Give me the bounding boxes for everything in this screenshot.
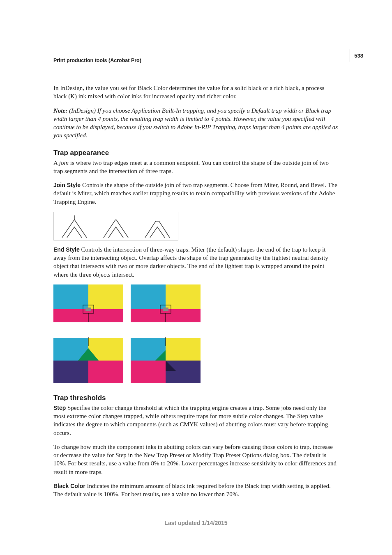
page-number: 538	[354, 53, 363, 59]
svg-rect-4	[85, 308, 91, 311]
end-style-miter-panel	[53, 284, 123, 383]
running-head: Print production tools (Acrobat Pro)	[53, 58, 339, 63]
intro-pre: A	[53, 160, 59, 166]
end-style-paragraph: End Style Controls the intersection of t…	[53, 245, 339, 279]
trap-appearance-intro: A join is where two trap edges meet at a…	[53, 159, 339, 176]
end-style-body: Controls the intersection of three-way t…	[53, 246, 328, 278]
join-miter-icon	[58, 215, 91, 238]
note-body: (InDesign) If you choose Application Bui…	[53, 107, 338, 139]
svg-rect-23	[131, 361, 166, 383]
intro-post: is where two trap edges meet at a common…	[53, 160, 329, 174]
step-body: Specifies the color change threshold at …	[53, 405, 328, 436]
svg-rect-11	[88, 361, 123, 383]
join-bevel-icon	[141, 215, 174, 238]
svg-rect-17	[163, 308, 168, 311]
join-style-label: Join Style	[53, 182, 81, 188]
step-label: Step	[53, 405, 66, 411]
intro-em: join	[59, 160, 69, 166]
end-style-overlap-panel	[131, 284, 201, 383]
note-paragraph: Note: (InDesign) If you choose Applicati…	[53, 106, 339, 140]
end-style-label: End Style	[53, 246, 80, 253]
step-paragraph: Step Specifies the color change threshol…	[53, 404, 339, 437]
black-color-label: Black Color	[53, 483, 85, 489]
intro-paragraph: In InDesign, the value you set for Black…	[53, 84, 339, 101]
svg-rect-6	[53, 322, 123, 338]
page-number-container: 538	[350, 49, 363, 62]
end-style-figure	[53, 284, 339, 383]
step-paragraph-2: To change how much the component inks in…	[53, 443, 339, 476]
black-color-paragraph: Black Color Indicates the minimum amount…	[53, 482, 339, 499]
heading-trap-appearance: Trap appearance	[53, 149, 339, 157]
footer-last-updated: Last updated 1/14/2015	[0, 520, 392, 526]
join-round-icon	[99, 215, 132, 238]
note-label: Note:	[53, 107, 67, 114]
page: 538 Print production tools (Acrobat Pro)…	[0, 0, 392, 555]
black-color-body: Indicates the minimum amount of black in…	[53, 483, 331, 497]
join-style-figure	[53, 212, 178, 240]
svg-rect-19	[131, 322, 201, 338]
join-style-paragraph: Join Style Controls the shape of the out…	[53, 181, 339, 206]
svg-rect-10	[53, 361, 88, 383]
join-style-body: Controls the shape of the outside join o…	[53, 182, 337, 205]
heading-trap-thresholds: Trap thresholds	[53, 394, 339, 402]
